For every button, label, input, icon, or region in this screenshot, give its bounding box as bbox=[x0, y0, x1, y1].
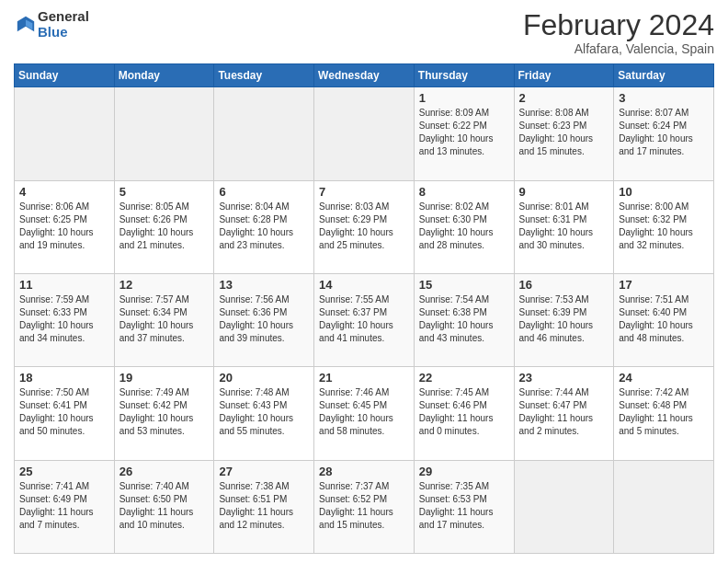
calendar-cell bbox=[614, 460, 714, 553]
calendar-cell: 19Sunrise: 7:49 AM Sunset: 6:42 PM Dayli… bbox=[114, 367, 214, 460]
day-info: Sunrise: 8:05 AM Sunset: 6:26 PM Dayligh… bbox=[119, 201, 210, 252]
calendar-cell bbox=[514, 460, 614, 553]
day-number: 7 bbox=[319, 185, 409, 199]
day-info: Sunrise: 7:51 AM Sunset: 6:40 PM Dayligh… bbox=[619, 293, 709, 345]
day-info: Sunrise: 8:09 AM Sunset: 6:22 PM Dayligh… bbox=[419, 107, 509, 158]
day-info: Sunrise: 8:01 AM Sunset: 6:31 PM Dayligh… bbox=[519, 201, 609, 252]
calendar-cell: 25Sunrise: 7:41 AM Sunset: 6:49 PM Dayli… bbox=[15, 460, 115, 553]
calendar-cell: 8Sunrise: 8:02 AM Sunset: 6:30 PM Daylig… bbox=[414, 180, 514, 273]
day-number: 9 bbox=[519, 185, 609, 199]
calendar-cell bbox=[15, 87, 115, 180]
calendar-cell: 28Sunrise: 7:37 AM Sunset: 6:52 PM Dayli… bbox=[314, 460, 415, 553]
day-number: 6 bbox=[219, 185, 309, 199]
day-header-friday: Friday bbox=[514, 64, 614, 87]
day-number: 3 bbox=[619, 91, 709, 105]
day-info: Sunrise: 7:41 AM Sunset: 6:49 PM Dayligh… bbox=[19, 480, 109, 532]
calendar-cell: 27Sunrise: 7:38 AM Sunset: 6:51 PM Dayli… bbox=[214, 460, 314, 553]
day-info: Sunrise: 7:46 AM Sunset: 6:45 PM Dayligh… bbox=[319, 386, 409, 438]
week-row-5: 25Sunrise: 7:41 AM Sunset: 6:49 PM Dayli… bbox=[15, 460, 714, 553]
calendar-table: SundayMondayTuesdayWednesdayThursdayFrid… bbox=[14, 63, 714, 554]
day-number: 14 bbox=[319, 278, 409, 292]
day-number: 18 bbox=[19, 371, 109, 385]
day-info: Sunrise: 8:00 AM Sunset: 6:32 PM Dayligh… bbox=[619, 201, 709, 252]
calendar-cell: 11Sunrise: 7:59 AM Sunset: 6:33 PM Dayli… bbox=[15, 273, 115, 366]
day-info: Sunrise: 8:02 AM Sunset: 6:30 PM Dayligh… bbox=[419, 201, 509, 252]
week-row-4: 18Sunrise: 7:50 AM Sunset: 6:41 PM Dayli… bbox=[15, 367, 714, 460]
calendar-cell: 14Sunrise: 7:55 AM Sunset: 6:37 PM Dayli… bbox=[314, 273, 415, 366]
day-number: 4 bbox=[19, 185, 109, 199]
day-number: 29 bbox=[419, 465, 509, 478]
day-info: Sunrise: 8:07 AM Sunset: 6:24 PM Dayligh… bbox=[619, 107, 709, 158]
day-number: 13 bbox=[219, 278, 309, 292]
day-info: Sunrise: 7:55 AM Sunset: 6:37 PM Dayligh… bbox=[319, 293, 409, 345]
day-info: Sunrise: 7:50 AM Sunset: 6:41 PM Dayligh… bbox=[19, 386, 109, 438]
calendar-cell: 18Sunrise: 7:50 AM Sunset: 6:41 PM Dayli… bbox=[15, 367, 115, 460]
calendar-cell: 7Sunrise: 8:03 AM Sunset: 6:29 PM Daylig… bbox=[314, 180, 415, 273]
calendar-cell: 6Sunrise: 8:04 AM Sunset: 6:28 PM Daylig… bbox=[214, 180, 314, 273]
day-number: 1 bbox=[419, 91, 509, 105]
day-info: Sunrise: 7:53 AM Sunset: 6:39 PM Dayligh… bbox=[519, 293, 609, 345]
day-info: Sunrise: 7:42 AM Sunset: 6:48 PM Dayligh… bbox=[619, 386, 709, 438]
calendar-cell: 17Sunrise: 7:51 AM Sunset: 6:40 PM Dayli… bbox=[614, 273, 714, 366]
logo-text: General Blue bbox=[38, 9, 89, 40]
main-title: February 2024 bbox=[523, 9, 714, 41]
day-number: 5 bbox=[119, 185, 210, 199]
calendar-cell: 15Sunrise: 7:54 AM Sunset: 6:38 PM Dayli… bbox=[414, 273, 514, 366]
day-number: 22 bbox=[419, 371, 509, 385]
day-number: 26 bbox=[119, 465, 210, 478]
day-number: 23 bbox=[519, 371, 609, 385]
day-number: 16 bbox=[519, 278, 609, 292]
day-info: Sunrise: 8:03 AM Sunset: 6:29 PM Dayligh… bbox=[319, 201, 409, 252]
calendar-cell: 23Sunrise: 7:44 AM Sunset: 6:47 PM Dayli… bbox=[514, 367, 614, 460]
calendar-cell: 24Sunrise: 7:42 AM Sunset: 6:48 PM Dayli… bbox=[614, 367, 714, 460]
week-row-1: 1Sunrise: 8:09 AM Sunset: 6:22 PM Daylig… bbox=[15, 87, 714, 180]
subtitle: Alfafara, Valencia, Spain bbox=[523, 41, 714, 56]
day-header-sunday: Sunday bbox=[15, 64, 115, 87]
day-number: 12 bbox=[119, 278, 210, 292]
day-info: Sunrise: 7:35 AM Sunset: 6:53 PM Dayligh… bbox=[419, 480, 509, 532]
title-block: February 2024 Alfafara, Valencia, Spain bbox=[523, 9, 714, 56]
calendar-cell: 13Sunrise: 7:56 AM Sunset: 6:36 PM Dayli… bbox=[214, 273, 314, 366]
day-info: Sunrise: 7:59 AM Sunset: 6:33 PM Dayligh… bbox=[19, 293, 109, 345]
calendar-cell: 20Sunrise: 7:48 AM Sunset: 6:43 PM Dayli… bbox=[214, 367, 314, 460]
day-info: Sunrise: 7:40 AM Sunset: 6:50 PM Dayligh… bbox=[119, 480, 210, 532]
calendar-cell: 1Sunrise: 8:09 AM Sunset: 6:22 PM Daylig… bbox=[414, 87, 514, 180]
day-header-tuesday: Tuesday bbox=[214, 64, 314, 87]
day-info: Sunrise: 7:48 AM Sunset: 6:43 PM Dayligh… bbox=[219, 386, 309, 438]
calendar-cell: 12Sunrise: 7:57 AM Sunset: 6:34 PM Dayli… bbox=[114, 273, 214, 366]
logo-icon bbox=[16, 15, 36, 35]
page: General Blue February 2024 Alfafara, Val… bbox=[0, 0, 728, 563]
day-header-saturday: Saturday bbox=[614, 64, 714, 87]
logo-blue-text: Blue bbox=[38, 25, 89, 40]
calendar-cell: 16Sunrise: 7:53 AM Sunset: 6:39 PM Dayli… bbox=[514, 273, 614, 366]
day-info: Sunrise: 7:45 AM Sunset: 6:46 PM Dayligh… bbox=[419, 386, 509, 438]
calendar-cell: 29Sunrise: 7:35 AM Sunset: 6:53 PM Dayli… bbox=[414, 460, 514, 553]
day-info: Sunrise: 7:49 AM Sunset: 6:42 PM Dayligh… bbox=[119, 386, 210, 438]
calendar-cell: 10Sunrise: 8:00 AM Sunset: 6:32 PM Dayli… bbox=[614, 180, 714, 273]
day-number: 8 bbox=[419, 185, 509, 199]
day-number: 15 bbox=[419, 278, 509, 292]
calendar-cell bbox=[114, 87, 214, 180]
calendar-cell: 22Sunrise: 7:45 AM Sunset: 6:46 PM Dayli… bbox=[414, 367, 514, 460]
day-info: Sunrise: 7:56 AM Sunset: 6:36 PM Dayligh… bbox=[219, 293, 309, 345]
week-row-3: 11Sunrise: 7:59 AM Sunset: 6:33 PM Dayli… bbox=[15, 273, 714, 366]
calendar-cell: 21Sunrise: 7:46 AM Sunset: 6:45 PM Dayli… bbox=[314, 367, 415, 460]
day-info: Sunrise: 7:44 AM Sunset: 6:47 PM Dayligh… bbox=[519, 386, 609, 438]
day-info: Sunrise: 7:37 AM Sunset: 6:52 PM Dayligh… bbox=[319, 480, 409, 532]
calendar-cell: 5Sunrise: 8:05 AM Sunset: 6:26 PM Daylig… bbox=[114, 180, 214, 273]
logo: General Blue bbox=[14, 9, 89, 40]
day-number: 27 bbox=[219, 465, 309, 478]
day-number: 2 bbox=[519, 91, 609, 105]
day-number: 11 bbox=[19, 278, 109, 292]
day-number: 20 bbox=[219, 371, 309, 385]
day-number: 25 bbox=[19, 465, 109, 478]
week-row-2: 4Sunrise: 8:06 AM Sunset: 6:25 PM Daylig… bbox=[15, 180, 714, 273]
calendar-cell bbox=[314, 87, 415, 180]
day-number: 24 bbox=[619, 371, 709, 385]
logo-general-text: General bbox=[38, 9, 89, 25]
day-number: 19 bbox=[119, 371, 210, 385]
calendar-header-row: SundayMondayTuesdayWednesdayThursdayFrid… bbox=[15, 64, 714, 87]
day-header-wednesday: Wednesday bbox=[314, 64, 415, 87]
day-header-thursday: Thursday bbox=[414, 64, 514, 87]
day-info: Sunrise: 8:06 AM Sunset: 6:25 PM Dayligh… bbox=[19, 201, 109, 252]
